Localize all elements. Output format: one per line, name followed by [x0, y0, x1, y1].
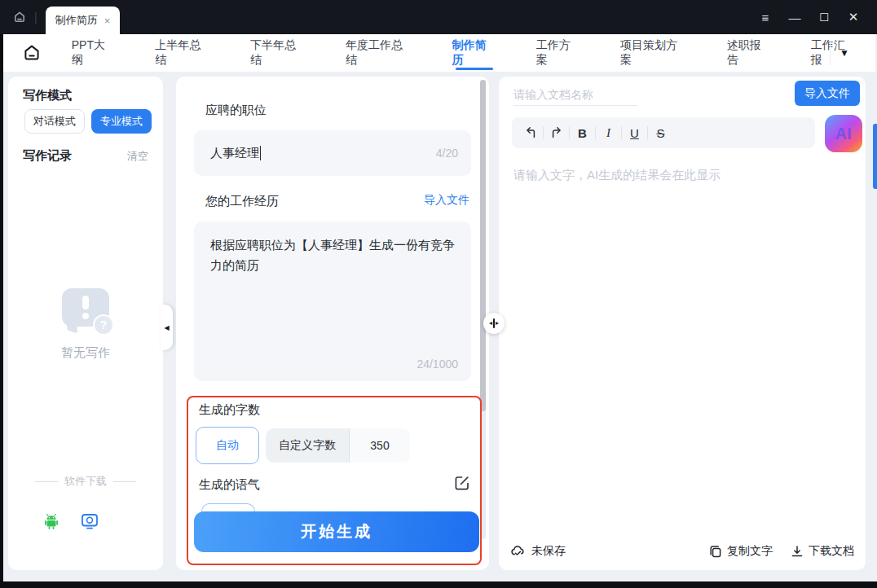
chat-mode-button[interactable]: 对话模式 [24, 109, 85, 134]
titlebar-home-icon[interactable] [11, 9, 28, 25]
save-status-text: 未保存 [531, 544, 566, 559]
nav-tab-h1-summary[interactable]: 上半年总结 [135, 34, 231, 72]
experience-label: 您的工作经历 [205, 194, 279, 209]
desktop-app-icon[interactable] [80, 511, 99, 531]
edit-tone-icon[interactable] [453, 474, 471, 492]
right-edge-accent-strip [873, 124, 877, 189]
exclamation-dot [82, 313, 89, 319]
nav-tabs: PPT大纲 上半年总结 下半年总结 年度工作总结 制作简历 工作方案 项目策划方… [52, 34, 875, 72]
toolbar-separator [621, 126, 622, 139]
text-cursor [260, 146, 261, 160]
custom-word-count-group: 自定义字数 350 [266, 428, 410, 463]
import-file-button[interactable]: 导入文件 [795, 81, 860, 106]
empty-state-text: 暂无写作 [8, 345, 163, 361]
copy-text-button[interactable]: 复制文字 [709, 544, 773, 559]
save-status: 未保存 [510, 543, 566, 559]
nav-tab-annual-summary[interactable]: 年度工作总结 [326, 34, 433, 72]
cloud-icon [510, 543, 526, 559]
sidebar: 写作模式 对话模式 专业模式 写作记录 清空 ? 暂无写作 软件下载 [8, 77, 163, 570]
composer-panel: 应聘的职位 人事经理 4/20 您的工作经历 导入文件 根据应聘职位为【人事经理… [176, 77, 489, 570]
redo-icon[interactable] [546, 124, 566, 142]
strikethrough-button[interactable]: S [650, 124, 671, 142]
job-title-value: 人事经理 [210, 146, 259, 161]
nav-tab-ppt-outline[interactable]: PPT大纲 [52, 34, 135, 72]
download-apps [8, 511, 163, 531]
italic-button[interactable]: I [598, 124, 619, 142]
bold-button[interactable]: B [572, 124, 593, 142]
divider-line [35, 481, 58, 482]
history-title: 写作记录 [23, 148, 72, 164]
panel-resize-handle[interactable]: ◂ ▸ [483, 313, 505, 334]
active-tab-underline [456, 68, 493, 70]
document-name-input[interactable] [513, 83, 637, 106]
experience-text: 根据应聘职位为【人事经理】生成一份有竞争力的简历 [210, 238, 455, 272]
tone-label: 生成的语气 [199, 477, 260, 493]
android-app-icon[interactable] [42, 512, 60, 530]
ai-assistant-button[interactable]: AI [825, 115, 862, 152]
composer-scrollbar-thumb[interactable] [480, 80, 486, 411]
resize-left-arrow-icon: ◂ [489, 320, 492, 327]
software-download-label: 软件下载 [64, 474, 107, 489]
nav-tab-make-resume[interactable]: 制作简历 [433, 34, 517, 72]
toolbar-separator [595, 126, 596, 139]
minimize-icon[interactable]: — [784, 7, 805, 28]
word-count-label: 生成的字数 [199, 402, 260, 418]
exclamation-bar [82, 296, 89, 309]
editor-actions: 复制文字 下载文档 [709, 544, 854, 559]
window-controls: ≡ — ☐ ✕ [755, 7, 877, 28]
home-icon[interactable] [21, 42, 42, 64]
menu-icon[interactable]: ≡ [755, 7, 776, 28]
undo-icon[interactable] [520, 124, 540, 142]
editor-panel: 导入文件 B I U S AI 请输入文字，AI生成的结果会在此显示 [499, 77, 866, 570]
download-doc-button[interactable]: 下载文档 [791, 544, 854, 559]
custom-word-count-input[interactable]: 350 [350, 428, 410, 463]
maximize-icon[interactable]: ☐ [813, 7, 835, 28]
editor-status-bar: 未保存 复制文字 下载文档 [499, 543, 866, 559]
editor-toolbar: B I U S [512, 117, 815, 148]
toolbar-separator [647, 126, 648, 139]
job-title-input[interactable]: 人事经理 4/20 [194, 130, 471, 176]
experience-textarea[interactable]: 根据应聘职位为【人事经理】生成一份有竞争力的简历 24/1000 [194, 222, 471, 381]
question-badge-icon: ? [93, 314, 114, 336]
download-doc-label: 下载文档 [809, 544, 854, 559]
divider-line [113, 481, 136, 482]
titlebar-separator: | [34, 11, 37, 24]
editor-placeholder-text: 请输入文字，AI生成的结果会在此显示 [513, 168, 721, 183]
sidebar-collapse-handle[interactable]: ◀ [161, 305, 173, 350]
copy-icon [709, 545, 722, 558]
job-char-counter: 4/20 [436, 147, 458, 160]
more-tabs-caret-icon[interactable]: ▼ [830, 34, 859, 72]
tab-close-icon[interactable]: × [104, 15, 111, 27]
experience-char-counter: 24/1000 [416, 355, 458, 374]
custom-word-count-option[interactable]: 自定义字数 [266, 428, 350, 463]
download-icon [791, 545, 804, 558]
window-frame-bottom [0, 581, 877, 588]
import-file-link[interactable]: 导入文件 [424, 193, 469, 208]
document-tab-title: 制作简历 [55, 13, 98, 28]
resize-right-arrow-icon: ▸ [496, 320, 499, 327]
nav-bar: PPT大纲 上半年总结 下半年总结 年度工作总结 制作简历 工作方案 项目策划方… [3, 34, 875, 72]
nav-tab-debrief-report[interactable]: 述职报告 [707, 34, 791, 72]
pro-mode-button[interactable]: 专业模式 [91, 109, 152, 134]
close-icon[interactable]: ✕ [843, 7, 864, 28]
bubble-tail [67, 319, 77, 334]
underline-button[interactable]: U [624, 124, 645, 142]
copy-text-label: 复制文字 [727, 544, 773, 559]
toolbar-separator [543, 126, 544, 139]
clear-history-button[interactable]: 清空 [127, 149, 148, 164]
resize-bar-icon [493, 318, 495, 328]
nav-tab-project-plan[interactable]: 项目策划方案 [601, 34, 707, 72]
document-tab[interactable]: 制作简历 × [46, 7, 121, 34]
job-title-label: 应聘的职位 [205, 103, 267, 118]
window-frame-left [0, 34, 3, 588]
auto-word-count-button[interactable]: 自动 [196, 427, 259, 464]
ai-badge-label: AI [827, 117, 861, 151]
title-bar: | 制作简历 × ≡ — ☐ ✕ [0, 0, 877, 34]
write-mode-title: 写作模式 [23, 88, 72, 103]
app-window: | 制作简历 × ≡ — ☐ ✕ PPT大纲 上半年总结 下半年总结 年度工作总… [0, 0, 877, 588]
nav-tab-h2-summary[interactable]: 下半年总结 [231, 34, 326, 72]
software-download-divider: 软件下载 [8, 474, 163, 489]
generate-button[interactable]: 开始生成 [194, 511, 479, 552]
nav-tab-work-plan[interactable]: 工作方案 [517, 34, 601, 72]
collapse-arrow-icon: ◀ [164, 324, 169, 331]
